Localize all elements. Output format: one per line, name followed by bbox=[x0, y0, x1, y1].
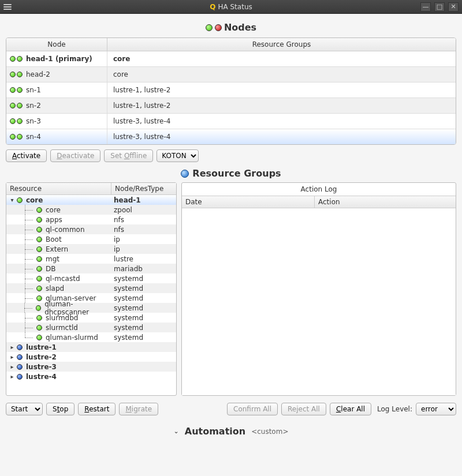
resource-type: systemd bbox=[111, 284, 176, 293]
tree-resource-row[interactable]: slurmdbdsystemd bbox=[6, 313, 176, 323]
resource-name: DB bbox=[46, 265, 55, 273]
action-log-body[interactable] bbox=[182, 208, 456, 395]
col-header-resource[interactable]: Resource bbox=[6, 183, 111, 194]
status-dot-icon bbox=[10, 134, 16, 140]
activate-button[interactable]: Activate bbox=[6, 149, 47, 162]
start-select[interactable]: Start bbox=[6, 403, 43, 415]
tree-group-row[interactable]: ▾corehead-1 bbox=[6, 195, 176, 205]
tree-group-row[interactable]: ▸lustre-1 bbox=[6, 342, 176, 352]
tree-resource-row[interactable]: appsnfs bbox=[6, 215, 176, 224]
nodes-table: Node Resource Groups head-1 (primary)cor… bbox=[6, 38, 456, 145]
nodes-row[interactable]: head-2core bbox=[6, 67, 456, 83]
tree-resource-row[interactable]: mgtlustre bbox=[6, 254, 176, 264]
col-header-action[interactable]: Action bbox=[315, 196, 344, 208]
minimize-button[interactable]: — bbox=[420, 2, 431, 12]
node-name: head-1 (primary) bbox=[26, 55, 92, 63]
nodes-row[interactable]: sn-1lustre-1, lustre-2 bbox=[6, 83, 456, 98]
resource-name: slurmdbd bbox=[46, 314, 78, 322]
restart-button[interactable]: Restart bbox=[78, 403, 116, 415]
maximize-button[interactable]: □ bbox=[434, 2, 445, 12]
node-resource-groups: core bbox=[107, 67, 456, 82]
resource-groups-section-title: Resource Groups bbox=[6, 168, 456, 179]
status-dot-icon bbox=[10, 87, 16, 93]
tree-resource-row[interactable]: ql-commonnfs bbox=[6, 224, 176, 234]
tree-line-icon bbox=[17, 264, 35, 273]
col-header-date[interactable]: Date bbox=[182, 196, 315, 208]
tree-line-icon bbox=[17, 244, 35, 254]
clear-all-button[interactable]: Clear All bbox=[330, 403, 371, 415]
node-resource-groups: lustre-3, lustre-4 bbox=[107, 129, 456, 144]
tree-group-row[interactable]: ▸lustre-4 bbox=[6, 372, 176, 381]
action-log-header: Date Action bbox=[182, 196, 456, 208]
tree-resource-row[interactable]: Externip bbox=[6, 244, 176, 254]
resource-name: core bbox=[46, 206, 61, 214]
resource-tree-body[interactable]: ▾corehead-1corezpoolappsnfsql-commonnfsB… bbox=[6, 195, 176, 395]
tree-line-icon bbox=[17, 323, 35, 332]
status-green-icon bbox=[206, 24, 213, 31]
nodes-row[interactable]: sn-3lustre-3, lustre-4 bbox=[6, 114, 456, 129]
tree-line-icon bbox=[17, 332, 35, 342]
status-dot-icon bbox=[17, 134, 23, 140]
status-dot-icon bbox=[36, 256, 42, 262]
nodes-row[interactable]: head-1 (primary)core bbox=[6, 51, 456, 67]
tree-line-icon bbox=[17, 273, 35, 283]
tree-resource-row[interactable]: ql-mcastdsystemd bbox=[6, 273, 176, 283]
resource-group-name: lustre-3 bbox=[26, 363, 57, 371]
resource-group-node: head-1 bbox=[111, 196, 176, 204]
expand-arrow-icon[interactable]: ▸ bbox=[9, 354, 16, 360]
node-name: sn-3 bbox=[26, 117, 41, 125]
col-header-resource-groups[interactable]: Resource Groups bbox=[107, 38, 456, 51]
action-log-title: Action Log bbox=[182, 183, 456, 196]
resource-name: apps bbox=[46, 216, 62, 224]
tree-resource-row[interactable]: qluman-dhcpscannersystemd bbox=[6, 303, 176, 313]
tree-resource-row[interactable]: corezpool bbox=[6, 205, 176, 215]
status-red-icon bbox=[215, 24, 222, 31]
deactivate-button: Deactivate bbox=[50, 149, 100, 162]
expand-arrow-icon[interactable]: ▸ bbox=[9, 363, 16, 370]
resource-type: ip bbox=[111, 245, 176, 253]
resource-type: systemd bbox=[111, 275, 176, 283]
expand-arrow-icon[interactable]: ▾ bbox=[9, 197, 16, 203]
app-logo-icon: Q bbox=[210, 3, 215, 11]
resource-group-name: lustre-2 bbox=[26, 353, 57, 361]
tree-resource-row[interactable]: slurmctldsystemd bbox=[6, 323, 176, 332]
expand-arrow-icon[interactable]: ▸ bbox=[9, 344, 16, 350]
log-level-select[interactable]: error bbox=[416, 403, 456, 415]
expand-arrow-icon[interactable]: ▸ bbox=[9, 373, 16, 380]
tree-line-icon bbox=[17, 283, 35, 293]
status-dot-icon bbox=[17, 197, 23, 203]
resource-name: mgt bbox=[46, 255, 59, 263]
action-log-panel: Action Log Date Action bbox=[181, 182, 456, 396]
automation-title: Automation bbox=[185, 426, 245, 437]
tree-group-row[interactable]: ▸lustre-3 bbox=[6, 362, 176, 372]
resource-type: nfs bbox=[111, 216, 176, 224]
tree-resource-row[interactable]: DBmariadb bbox=[6, 264, 176, 273]
resource-type: zpool bbox=[111, 206, 176, 214]
nodes-row[interactable]: sn-2lustre-1, lustre-2 bbox=[6, 98, 456, 114]
tree-resource-row[interactable]: Bootip bbox=[6, 234, 176, 244]
nodes-row[interactable]: sn-4lustre-3, lustre-4 bbox=[6, 129, 456, 144]
automation-section[interactable]: ⌄ Automation <custom> bbox=[6, 426, 456, 437]
tree-resource-row[interactable]: slapdsystemd bbox=[6, 283, 176, 293]
koton-select[interactable]: KOTON bbox=[157, 149, 199, 162]
status-dot-icon bbox=[10, 72, 16, 77]
resource-type: ip bbox=[111, 235, 176, 243]
tree-resource-row[interactable]: qluman-slurmdsystemd bbox=[6, 332, 176, 342]
globe-icon bbox=[181, 170, 189, 178]
close-button[interactable]: ✕ bbox=[448, 2, 459, 12]
status-dot-icon bbox=[36, 335, 42, 340]
resource-type: systemd bbox=[111, 314, 176, 322]
col-header-node[interactable]: Node bbox=[6, 38, 107, 51]
tree-line-icon bbox=[16, 303, 35, 313]
resource-type: nfs bbox=[111, 226, 176, 234]
tree-line-icon bbox=[17, 234, 35, 244]
node-name: sn-4 bbox=[26, 133, 41, 141]
stop-button[interactable]: Stop bbox=[46, 403, 74, 415]
resource-tree-panel: Resource Node/ResType ▾corehead-1corezpo… bbox=[6, 182, 177, 396]
resource-type: systemd bbox=[111, 333, 176, 342]
app-menu-icon[interactable] bbox=[3, 3, 12, 11]
status-dot-icon bbox=[36, 286, 42, 291]
tree-line-icon bbox=[17, 254, 35, 264]
col-header-node-restype[interactable]: Node/ResType bbox=[111, 183, 176, 194]
tree-group-row[interactable]: ▸lustre-2 bbox=[6, 352, 176, 362]
